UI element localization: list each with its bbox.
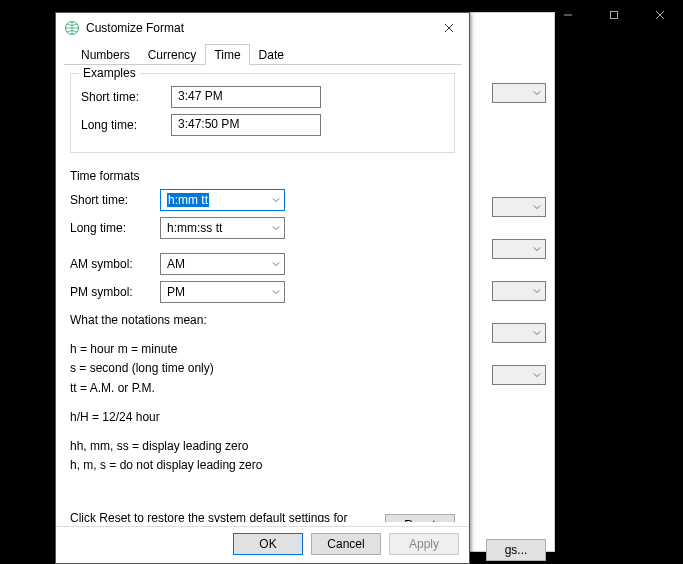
am-symbol-label: AM symbol: xyxy=(70,257,160,271)
close-button[interactable] xyxy=(637,0,683,30)
notation-explanation: What the notations mean: h = hour m = mi… xyxy=(70,309,455,475)
tab-numbers[interactable]: Numbers xyxy=(72,44,139,65)
tab-currency[interactable]: Currency xyxy=(139,44,206,65)
chevron-down-icon xyxy=(272,193,280,207)
background-select-4[interactable] xyxy=(492,281,546,301)
short-time-example-value: 3:47 PM xyxy=(171,86,321,108)
long-time-example-label: Long time: xyxy=(81,118,171,132)
ok-button[interactable]: OK xyxy=(233,533,303,555)
long-time-format-value: h:mm:ss tt xyxy=(167,221,222,235)
maximize-button[interactable] xyxy=(591,0,637,30)
long-time-example-value: 3:47:50 PM xyxy=(171,114,321,136)
chevron-down-icon xyxy=(272,257,280,271)
explain-line: h/H = 12/24 hour xyxy=(70,408,455,427)
time-formats-group: Time formats Short time: h:mm tt Long ti… xyxy=(70,163,455,495)
explain-heading: What the notations mean: xyxy=(70,311,455,330)
chevron-down-icon xyxy=(272,221,280,235)
am-symbol-select[interactable]: AM xyxy=(160,253,285,275)
short-time-format-label: Short time: xyxy=(70,193,160,207)
explain-line: hh, mm, ss = display leading zero xyxy=(70,439,248,453)
dialog-title: Customize Format xyxy=(86,21,429,35)
short-time-format-select[interactable]: h:mm tt xyxy=(160,189,285,211)
pm-symbol-select[interactable]: PM xyxy=(160,281,285,303)
background-select-2[interactable] xyxy=(492,197,546,217)
background-select-3[interactable] xyxy=(492,239,546,259)
pm-symbol-label: PM symbol: xyxy=(70,285,160,299)
dialog-close-button[interactable] xyxy=(429,14,469,42)
dialog-titlebar: Customize Format xyxy=(56,13,469,43)
examples-group: Examples Short time: 3:47 PM Long time: … xyxy=(70,73,455,153)
explain-line: h = hour m = minute xyxy=(70,342,177,356)
explain-line: tt = A.M. or P.M. xyxy=(70,381,155,395)
pm-symbol-value: PM xyxy=(167,285,185,299)
background-select-6[interactable] xyxy=(492,365,546,385)
am-symbol-value: AM xyxy=(167,257,185,271)
tab-time[interactable]: Time xyxy=(205,44,249,65)
short-time-example-label: Short time: xyxy=(81,90,171,104)
reset-button[interactable]: Reset xyxy=(385,514,455,522)
customize-format-dialog: Customize Format Numbers Currency Time D… xyxy=(55,12,470,564)
dialog-button-row: OK Cancel Apply xyxy=(56,526,469,563)
long-time-format-select[interactable]: h:mm:ss tt xyxy=(160,217,285,239)
time-formats-title: Time formats xyxy=(70,169,455,183)
cancel-button[interactable]: Cancel xyxy=(311,533,381,555)
parent-titlebar xyxy=(545,0,683,30)
reset-text: Click Reset to restore the system defaul… xyxy=(70,511,373,522)
chevron-down-icon xyxy=(272,285,280,299)
background-settings-button[interactable]: gs... xyxy=(486,539,546,561)
dialog-tabs: Numbers Currency Time Date xyxy=(64,43,461,65)
background-select-5[interactable] xyxy=(492,323,546,343)
apply-button[interactable]: Apply xyxy=(389,533,459,555)
reset-row: Click Reset to restore the system defaul… xyxy=(70,505,455,522)
long-time-format-label: Long time: xyxy=(70,221,160,235)
explain-line: h, m, s = do not display leading zero xyxy=(70,458,262,472)
svg-rect-1 xyxy=(611,12,618,19)
tab-pane-time: Examples Short time: 3:47 PM Long time: … xyxy=(56,65,469,522)
background-select-1[interactable] xyxy=(492,83,546,103)
short-time-format-value: h:mm tt xyxy=(167,193,209,207)
tab-date[interactable]: Date xyxy=(250,44,293,65)
examples-title: Examples xyxy=(79,66,140,80)
explain-line: s = second (long time only) xyxy=(70,361,214,375)
globe-icon xyxy=(64,20,80,36)
